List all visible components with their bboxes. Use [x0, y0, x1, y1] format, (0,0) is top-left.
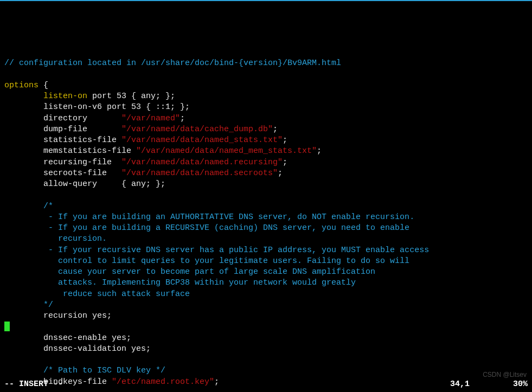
cursor-position: 34,1: [450, 379, 513, 390]
recursion-line: recursion yes;: [43, 311, 112, 320]
block-comment-l3: - If your recursive DNS server has a pub…: [43, 246, 429, 255]
recursing-key: recursing-file: [43, 158, 121, 167]
block-comment-l3d: attacks. Implementing BCP38 within your …: [43, 278, 356, 287]
block-comment-l2: - If you are building a RECURSIVE (cachi…: [43, 223, 409, 233]
mode-indicator: -- INSERT --: [4, 379, 63, 390]
block-comment-l3c: cause your server to become part of larg…: [43, 267, 375, 277]
block-comment-l3b: control to limit queries to your legitim…: [43, 256, 409, 266]
directory-key: directory: [43, 114, 121, 123]
recursing-val: "/var/named/data/named.recursing": [121, 158, 283, 167]
stats-file-key: statistics-file: [43, 136, 121, 145]
stats-file-val: "/var/named/data/named_stats.txt": [121, 136, 283, 145]
cursor: [4, 322, 10, 331]
block-comment-l3e: reduce such attack surface: [43, 290, 190, 299]
vim-statusbar: -- INSERT -- 34,1 30%: [4, 379, 528, 390]
listen-on-v6: listen-on-v6 port: [43, 102, 131, 112]
block-comment-l1: - If you are building an AUTHORITATIVE D…: [43, 213, 414, 222]
path-comment: /* Path to ISC DLV key */: [43, 366, 165, 375]
dnssec-enable: dnssec-enable yes;: [43, 333, 131, 343]
editor-viewport[interactable]: // configuration located in /usr/share/d…: [0, 45, 532, 388]
brace-open: {: [39, 81, 48, 90]
top-comment: // configuration located in /usr/share/d…: [4, 59, 341, 68]
block-comment-l2b: recursion.: [43, 234, 107, 243]
dnssec-validation: dnssec-validation yes;: [43, 344, 151, 354]
listen-on-key: listen-on: [43, 92, 87, 101]
directory-val: "/var/named": [121, 114, 180, 123]
dump-file-val: "/var/named/data/cache_dump.db": [121, 125, 273, 134]
watermark: CSDN @Litsev: [483, 370, 527, 379]
dump-file-key: dump-file: [43, 125, 121, 134]
options-keyword: options: [4, 81, 39, 90]
scroll-percent: 30%: [513, 379, 528, 390]
memstats-val: "/var/named/data/named_mem_stats.txt": [136, 146, 317, 156]
allow-query: allow-query { any; };: [43, 179, 165, 189]
block-comment-close: */: [43, 300, 53, 310]
secroots-val: "/var/named/data/named.secroots": [121, 169, 278, 178]
block-comment-open: /*: [43, 202, 53, 211]
memstats-key: memstatistics-file: [43, 146, 136, 156]
secroots-key: secroots-file: [43, 169, 121, 178]
